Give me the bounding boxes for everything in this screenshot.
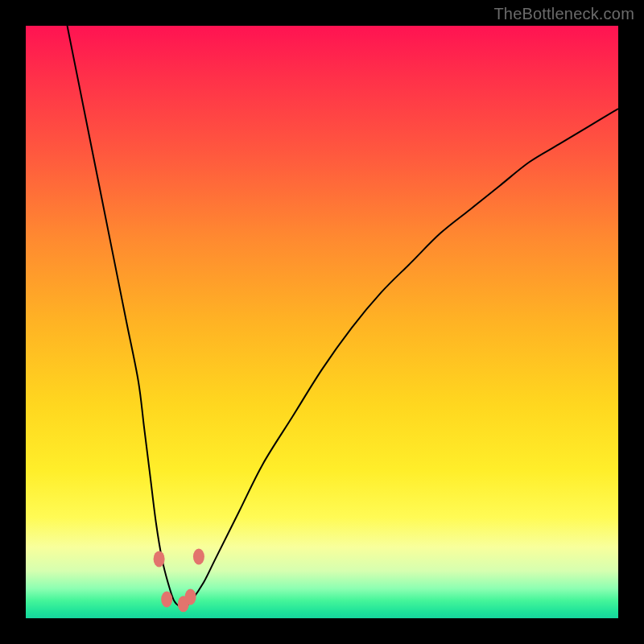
watermark-text: TheBottleneck.com [493, 5, 634, 23]
curve-layer [26, 26, 618, 618]
curve-marker [193, 548, 204, 564]
curve-marker [154, 551, 165, 567]
curve-markers [154, 548, 204, 612]
plot-area [26, 26, 618, 618]
chart-frame: TheBottleneck.com [0, 0, 644, 644]
bottleneck-curve [68, 26, 618, 607]
curve-marker [161, 591, 172, 607]
curve-marker [178, 596, 189, 612]
curve-marker [185, 589, 196, 605]
